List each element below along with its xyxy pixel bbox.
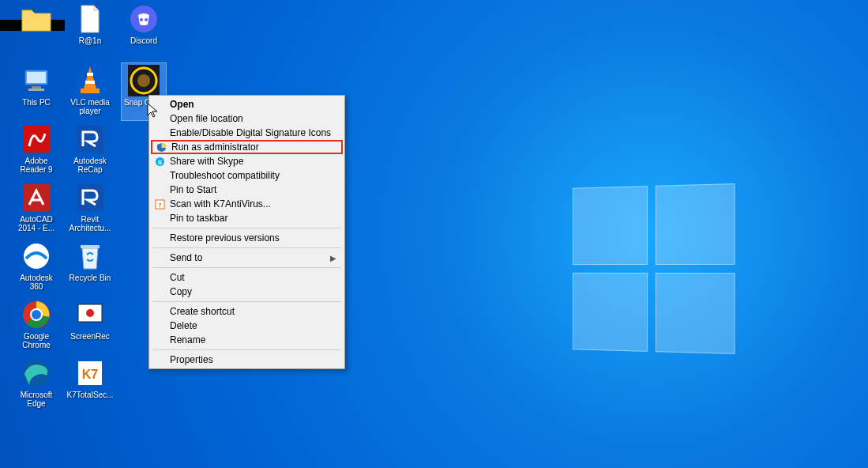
svg-point-2 (145, 18, 148, 21)
menu-create-shortcut[interactable]: Create shortcut (151, 304, 343, 319)
icon-label: Autodesk 360 (14, 274, 58, 291)
menu-label: Pin to Start (170, 184, 216, 195)
icon-label: Revit Architectu... (68, 215, 112, 232)
menu-restore-versions[interactable]: Restore previous versions (151, 231, 343, 245)
autocad-icon (19, 180, 54, 215)
icon-label: This PC (22, 98, 51, 107)
icon-label: R@1n (79, 36, 102, 45)
desktop-icon-this-pc[interactable]: This PC (14, 63, 58, 120)
menu-troubleshoot[interactable]: Troubleshoot compatibility (151, 168, 343, 183)
menu-rename[interactable]: Rename (151, 333, 343, 347)
desktop-icon-folder[interactable] (14, 2, 58, 58)
menu-label: Rename (170, 334, 205, 345)
skype-icon: S (154, 156, 165, 167)
menu-digital-signature[interactable]: Enable/Disable Digital Signature Icons (151, 126, 343, 140)
desktop-icon-screenrec[interactable]: ScreenRec (68, 297, 112, 354)
menu-separator (152, 301, 341, 302)
svg-point-1 (140, 18, 143, 21)
icon-label: Microsoft Edge (14, 391, 58, 408)
svg-rect-16 (77, 184, 103, 211)
context-menu: Open Open file location Enable/Disable D… (148, 95, 345, 369)
menu-separator (152, 349, 341, 350)
icon-label: K7TotalSec... (67, 391, 114, 399)
desktop-icon-discord[interactable]: Discord (122, 2, 166, 58)
svg-text:7: 7 (158, 202, 161, 208)
menu-label: Run as administrator (171, 142, 259, 153)
menu-copy[interactable]: Copy (151, 285, 343, 299)
revit-icon (73, 180, 107, 215)
desktop-icon-adobe-reader[interactable]: Adobe Reader 9 (14, 122, 58, 179)
desktop-icon-grid: R@1n Discord This PC VLC media player (14, 0, 166, 413)
pc-icon (19, 63, 54, 98)
menu-label: Send to (170, 252, 202, 263)
desktop-icon-autodesk360[interactable]: Autodesk 360 (14, 239, 58, 296)
logo-pane (573, 186, 648, 265)
icon-label: Discord (130, 36, 157, 45)
shield-icon (156, 142, 167, 153)
menu-label: Enable/Disable Digital Signature Icons (170, 127, 331, 138)
document-icon (73, 2, 107, 36)
icon-label: Recycle Bin (70, 274, 111, 282)
icon-label: Google Chrome (14, 332, 58, 349)
screenrec-icon (73, 297, 107, 332)
a360-icon (19, 239, 54, 274)
wallpaper-windows-logo (573, 183, 735, 354)
svg-rect-14 (77, 126, 103, 153)
svg-point-21 (32, 310, 41, 319)
menu-label: Pin to taskbar (170, 213, 227, 224)
menu-properties[interactable]: Properties (151, 353, 343, 367)
desktop-icon-revit[interactable]: Revit Architectu... (68, 180, 112, 237)
menu-delete[interactable]: Delete (151, 319, 343, 333)
svg-text:K7: K7 (82, 368, 99, 381)
k7-icon: K7 (73, 356, 107, 391)
menu-send-to[interactable]: Send to ▶ (151, 251, 343, 265)
icon-label: Autodesk ReCap (68, 157, 112, 174)
svg-rect-9 (81, 89, 100, 93)
icon-label: ScreenRec (70, 332, 109, 341)
desktop-icon-autodesk-recap[interactable]: Autodesk ReCap (68, 122, 112, 179)
snapcam-icon (126, 63, 161, 98)
desktop-icon-k7[interactable]: K7 K7TotalSec... (68, 356, 112, 413)
menu-open-file-location[interactable]: Open file location (151, 111, 343, 126)
k7-icon: 7 (154, 198, 165, 209)
logo-pane (656, 183, 735, 265)
svg-text:S: S (157, 158, 162, 165)
recycle-bin-icon (73, 239, 107, 274)
svg-rect-7 (87, 73, 93, 76)
icon-label: AutoCAD 2014 - E... (14, 215, 58, 232)
svg-rect-8 (85, 81, 95, 84)
icon-label: Adobe Reader 9 (14, 157, 58, 174)
vlc-icon (73, 63, 107, 98)
menu-label: Cut (170, 272, 185, 283)
menu-share-skype[interactable]: S Share with Skype (151, 154, 343, 168)
menu-pin-start[interactable]: Pin to Start (151, 183, 343, 197)
menu-cut[interactable]: Cut (151, 270, 343, 285)
menu-label: Scan with K7AntiVirus... (170, 198, 271, 209)
menu-label: Copy (170, 286, 192, 297)
svg-point-23 (86, 309, 94, 317)
chrome-icon (19, 297, 54, 332)
desktop-icon-recycle-bin[interactable]: Recycle Bin (68, 239, 112, 296)
menu-label: Create shortcut (170, 306, 235, 317)
menu-label: Open file location (170, 113, 243, 124)
edge-icon (19, 356, 54, 391)
desktop-icon-r1n[interactable]: R@1n (68, 2, 112, 58)
menu-run-as-administrator[interactable]: Run as administrator (151, 140, 343, 154)
menu-label: Restore previous versions (170, 232, 280, 243)
menu-label: Troubleshoot compatibility (170, 170, 280, 181)
menu-label: Delete (170, 320, 197, 331)
svg-rect-6 (28, 89, 44, 91)
desktop-icon-autocad[interactable]: AutoCAD 2014 - E... (14, 180, 58, 237)
menu-separator (152, 247, 341, 248)
menu-separator (152, 228, 341, 228)
menu-label: Open (170, 99, 194, 110)
menu-pin-taskbar[interactable]: Pin to taskbar (151, 211, 343, 225)
desktop-icon-edge[interactable]: Microsoft Edge (14, 356, 58, 413)
desktop-icon-vlc[interactable]: VLC media player (68, 63, 112, 120)
menu-separator (152, 267, 341, 268)
icon-label: VLC media player (68, 98, 112, 115)
desktop-icon-chrome[interactable]: Google Chrome (14, 297, 58, 354)
menu-scan-k7[interactable]: 7 Scan with K7AntiVirus... (151, 197, 343, 211)
menu-open[interactable]: Open (151, 97, 343, 111)
menu-label: Share with Skype (170, 156, 243, 167)
